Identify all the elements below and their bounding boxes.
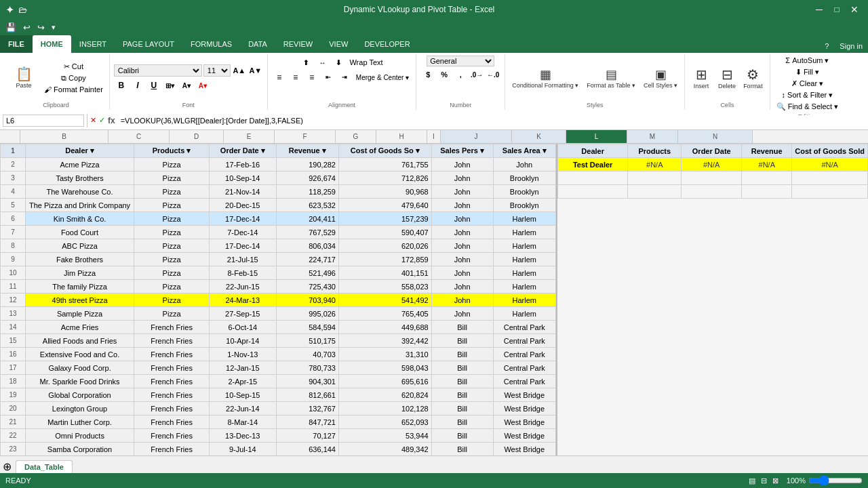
table-cell[interactable]: 10-Sep-15 [210, 388, 277, 402]
view-layout-icon[interactable]: ⊟ [761, 476, 767, 485]
table-cell[interactable]: 636,144 [276, 443, 338, 456]
table-cell[interactable]: 204,411 [276, 212, 338, 226]
table-cell[interactable]: Sample Pizza [25, 307, 134, 321]
table-cell[interactable]: 24-Mar-13 [210, 293, 277, 307]
clear-button[interactable]: ✗ Clear ▾ [789, 79, 825, 89]
table-cell[interactable]: French Fries [134, 361, 210, 375]
zoom-slider[interactable] [808, 475, 863, 486]
table-cell[interactable]: Pizza [134, 199, 210, 212]
table-cell[interactable]: Bill [431, 415, 493, 429]
autosum-button[interactable]: Σ AutoSum ▾ [783, 56, 831, 66]
sheet-tab-data-table[interactable]: Data_Table [16, 460, 73, 473]
table-cell[interactable]: Bill [431, 321, 493, 334]
table-cell[interactable]: 479,640 [338, 199, 431, 212]
table-cell[interactable]: West Bridge [493, 443, 555, 456]
underline-button[interactable]: U [146, 79, 161, 92]
table-cell[interactable]: 9-Jul-14 [210, 443, 277, 456]
table-cell[interactable]: 765,405 [338, 307, 431, 321]
table-cell[interactable]: 118,259 [276, 185, 338, 199]
table-cell[interactable]: Pizza [134, 239, 210, 253]
table-cell[interactable]: Harlem [493, 307, 555, 321]
align-top-button[interactable]: ⬆ [298, 56, 313, 69]
table-cell[interactable]: Central Park [493, 348, 555, 361]
header-cogs[interactable]: Cost of Goods So ▾ [338, 144, 431, 158]
font-size-select[interactable]: 11 [203, 64, 231, 77]
table-cell[interactable]: Bill [431, 388, 493, 402]
paste-button[interactable]: 📋 Paste [7, 66, 41, 90]
table-cell[interactable]: Pizza [134, 158, 210, 171]
table-cell[interactable]: 926,674 [276, 171, 338, 185]
table-cell[interactable]: 780,733 [276, 361, 338, 375]
table-cell[interactable]: 22-Jun-15 [210, 280, 277, 293]
increase-indent-button[interactable]: ⇥ [337, 70, 352, 84]
increase-decimal-button[interactable]: .0→ [469, 68, 484, 81]
sort-filter-button[interactable]: ↕ Sort & Filter ▾ [780, 90, 835, 100]
close-button[interactable]: ✕ [846, 1, 863, 18]
table-cell[interactable]: 40,703 [276, 348, 338, 361]
insert-button[interactable]: ⊞ Insert [689, 65, 713, 91]
table-cell[interactable]: Global Corporation [25, 388, 134, 402]
border-button[interactable]: ⊞▾ [163, 79, 178, 92]
table-cell[interactable]: 70,127 [276, 429, 338, 443]
minimize-button[interactable]: ─ [811, 1, 827, 18]
table-cell[interactable]: John [431, 185, 493, 199]
table-cell[interactable]: Harlem [493, 266, 555, 280]
decrease-decimal-button[interactable]: ←.0 [486, 68, 500, 81]
table-cell[interactable]: Pizza [134, 253, 210, 266]
table-cell[interactable]: 157,239 [338, 212, 431, 226]
table-cell[interactable]: 590,407 [338, 226, 431, 239]
comma-button[interactable]: , [453, 68, 468, 81]
table-cell[interactable]: Central Park [493, 375, 555, 388]
table-cell[interactable]: 172,859 [338, 253, 431, 266]
tab-view[interactable]: VIEW [321, 35, 356, 53]
table-cell[interactable]: 541,492 [338, 293, 431, 307]
table-cell[interactable]: Omni Products [25, 429, 134, 443]
qat-undo[interactable]: ↩ [20, 21, 33, 34]
table-cell[interactable]: Bill [431, 375, 493, 388]
table-cell[interactable]: French Fries [134, 429, 210, 443]
table-cell[interactable]: The Pizza and Drink Company [25, 199, 134, 212]
table-cell[interactable]: Allied Foods and Fries [25, 334, 134, 348]
table-cell[interactable]: 812,661 [276, 388, 338, 402]
delete-button[interactable]: ⊟ Delete [715, 65, 739, 91]
table-cell[interactable]: Jim Pizza [25, 266, 134, 280]
table-cell[interactable]: Tasty Brothers [25, 171, 134, 185]
table-cell[interactable]: 620,824 [338, 388, 431, 402]
table-cell[interactable]: Acme Pizza [25, 158, 134, 171]
table-cell[interactable]: 995,026 [276, 307, 338, 321]
table-cell[interactable]: John [431, 199, 493, 212]
table-cell[interactable]: Pizza [134, 266, 210, 280]
table-cell[interactable]: 224,717 [276, 253, 338, 266]
align-bottom-button[interactable]: ⬇ [331, 56, 346, 69]
table-cell[interactable]: John [431, 307, 493, 321]
table-cell[interactable]: 584,594 [276, 321, 338, 334]
table-cell[interactable]: Harlem [493, 226, 555, 239]
table-cell[interactable]: Harlem [493, 293, 555, 307]
table-cell[interactable]: 558,023 [338, 280, 431, 293]
table-cell[interactable]: 652,093 [338, 415, 431, 429]
format-as-table-button[interactable]: ▤ Format as Table ▾ [584, 66, 638, 90]
table-cell[interactable]: 10-Apr-14 [210, 334, 277, 348]
table-cell[interactable]: 449,688 [338, 321, 431, 334]
wrap-text-button[interactable]: Wrap Text [347, 56, 384, 69]
tab-file[interactable]: FILE [0, 35, 33, 53]
table-cell[interactable]: 20-Dec-15 [210, 199, 277, 212]
highlight-button[interactable]: A▾ [179, 79, 194, 92]
header-salesarea[interactable]: Sales Area ▾ [493, 144, 555, 158]
table-cell[interactable]: Bill [431, 443, 493, 456]
table-cell[interactable]: John [431, 212, 493, 226]
format-button[interactable]: ⚙ Format [741, 65, 766, 91]
tab-review[interactable]: REVIEW [275, 35, 321, 53]
table-cell[interactable]: 1-Nov-13 [210, 348, 277, 361]
table-cell[interactable]: John [431, 293, 493, 307]
table-cell[interactable]: 489,342 [338, 443, 431, 456]
table-cell[interactable]: 725,430 [276, 280, 338, 293]
table-cell[interactable]: 904,301 [276, 375, 338, 388]
table-cell[interactable]: 90,968 [338, 185, 431, 199]
table-cell[interactable]: French Fries [134, 388, 210, 402]
formula-input[interactable]: =VLOOKUP(J6,WLGR[[Dealer]:[Order Date]],… [118, 115, 865, 126]
add-sheet-button[interactable]: ⊕ [3, 460, 12, 473]
tab-page-layout[interactable]: PAGE LAYOUT [115, 35, 182, 53]
table-cell[interactable]: Galaxy Food Corp. [25, 361, 134, 375]
copy-button[interactable]: ⧉ Copy [42, 73, 105, 83]
